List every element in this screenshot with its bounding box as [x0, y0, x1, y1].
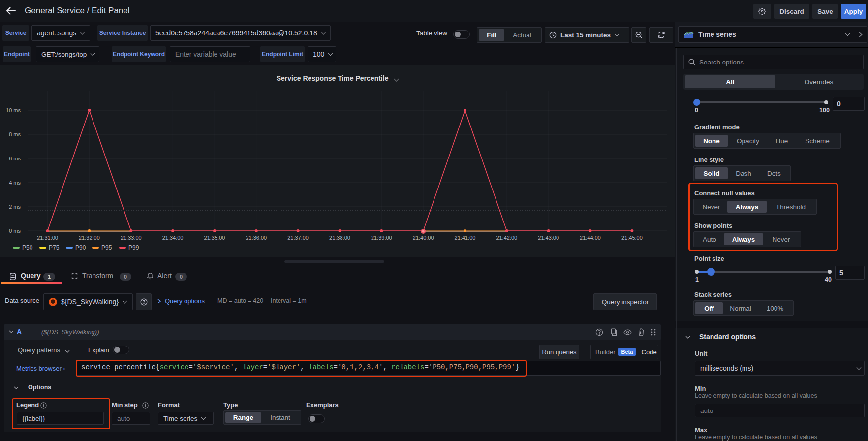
svg-text:21:37:00: 21:37:00 — [287, 235, 309, 241]
svg-text:P95: P95 — [101, 244, 112, 251]
svg-text:8 ms: 8 ms — [9, 131, 21, 137]
svg-text:21:44:00: 21:44:00 — [580, 235, 601, 241]
svg-text:P90: P90 — [75, 244, 86, 251]
svg-text:21:35:00: 21:35:00 — [204, 235, 225, 241]
svg-text:2 ms: 2 ms — [9, 204, 21, 210]
svg-text:21:38:00: 21:38:00 — [329, 235, 350, 241]
svg-text:6 ms: 6 ms — [9, 156, 21, 161]
svg-text:P50: P50 — [22, 244, 33, 251]
svg-text:P75: P75 — [49, 244, 60, 251]
svg-text:21:40:00: 21:40:00 — [413, 235, 434, 241]
svg-text:21:32:00: 21:32:00 — [79, 235, 100, 241]
svg-text:21:45:00: 21:45:00 — [621, 235, 643, 241]
svg-text:21:39:00: 21:39:00 — [371, 235, 392, 241]
svg-text:21:31:00: 21:31:00 — [37, 235, 58, 241]
svg-text:21:43:00: 21:43:00 — [538, 235, 559, 241]
svg-text:21:33:00: 21:33:00 — [121, 235, 142, 241]
svg-text:21:34:00: 21:34:00 — [162, 235, 184, 241]
svg-text:P99: P99 — [128, 244, 139, 251]
svg-text:21:41:00: 21:41:00 — [455, 235, 476, 241]
svg-text:21:36:00: 21:36:00 — [246, 235, 267, 241]
svg-text:10 ms: 10 ms — [6, 107, 21, 113]
svg-text:0 ms: 0 ms — [9, 228, 21, 234]
svg-text:21:42:00: 21:42:00 — [496, 235, 517, 241]
svg-text:4 ms: 4 ms — [9, 180, 21, 186]
